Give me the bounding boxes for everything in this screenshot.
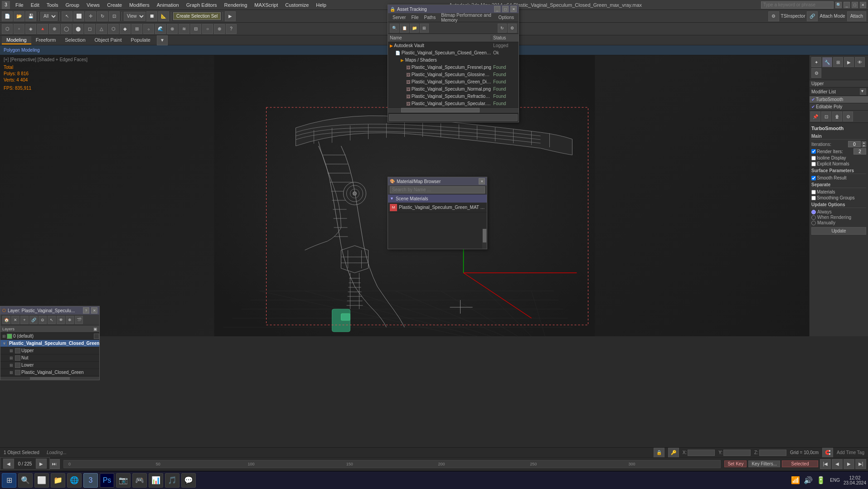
- tb2-1[interactable]: ⬡: [2, 24, 13, 34]
- asset-scrollbar[interactable]: [388, 107, 519, 113]
- magnet-btn[interactable]: 🧲: [822, 448, 833, 458]
- layers-tb-add[interactable]: +: [20, 316, 29, 324]
- tl-nav-2[interactable]: ◀: [832, 459, 843, 469]
- tb2-9[interactable]: △: [96, 24, 107, 34]
- tabs-more-btn[interactable]: ▼: [157, 35, 168, 45]
- rp-utilities-icon[interactable]: ⚙: [811, 68, 821, 78]
- layers-tb-unlink[interactable]: ⊖: [39, 316, 47, 324]
- coord-z-input[interactable]: [759, 450, 786, 456]
- menu-group[interactable]: Group: [62, 1, 83, 9]
- asset-menu-options[interactable]: Options: [496, 15, 517, 20]
- layer-vis-3[interactable]: [15, 355, 20, 361]
- close-btn[interactable]: ✕: [860, 2, 866, 8]
- layer-vis-0[interactable]: [7, 334, 12, 339]
- layers-scrollbar[interactable]: [0, 376, 99, 380]
- minimize-btn[interactable]: _: [844, 2, 850, 8]
- ts-materials-check[interactable]: [811, 190, 816, 194]
- layer-row-5[interactable]: ⊞ Plastic_Vaginal_Closed_Green: [0, 369, 99, 376]
- layers-tb-delete[interactable]: ✕: [11, 316, 19, 324]
- layer-vis-1[interactable]: [7, 341, 8, 346]
- layers-tb-select[interactable]: ↖: [48, 316, 56, 324]
- rp-display-icon[interactable]: 👁: [855, 57, 865, 67]
- ts-render-iters-check[interactable]: [811, 149, 816, 154]
- menu-customize[interactable]: Customize: [281, 1, 312, 9]
- tb2-3[interactable]: ◈: [25, 24, 36, 34]
- tb2-18[interactable]: ○: [202, 24, 213, 34]
- tb2-12[interactable]: ⊞: [131, 24, 142, 34]
- tb2-7[interactable]: ⬤: [73, 24, 83, 34]
- set-key-btn[interactable]: Set Key: [724, 460, 747, 467]
- mod-make-unique-icon[interactable]: ⊡: [821, 111, 831, 121]
- tray-network[interactable]: 📶: [790, 475, 801, 486]
- modifier-list-dropdown[interactable]: ▼: [860, 88, 866, 95]
- lock-btn[interactable]: 🔒: [654, 448, 664, 458]
- new-btn[interactable]: 📄: [2, 11, 13, 21]
- taskbar-task-view[interactable]: ⬜: [34, 473, 49, 488]
- menu-views[interactable]: Views: [83, 1, 103, 9]
- layer-vis-4[interactable]: [15, 363, 20, 368]
- frame-right-btn[interactable]: ▶: [36, 459, 47, 469]
- asset-tb-3[interactable]: 📁: [410, 24, 419, 33]
- auto-key-selected-btn[interactable]: Selected: [782, 460, 818, 467]
- mat-scrollbar[interactable]: [482, 229, 487, 249]
- menu-modifiers[interactable]: Modifiers: [126, 1, 153, 9]
- attach-btn[interactable]: Attach: [847, 11, 866, 21]
- tb2-16[interactable]: ≋: [179, 24, 189, 34]
- start-btn[interactable]: ⊞: [2, 473, 16, 488]
- asset-menu-paths[interactable]: Paths: [422, 15, 439, 20]
- iter-up-btn[interactable]: ▲: [862, 141, 866, 144]
- taskbar-app4[interactable]: 🎵: [165, 473, 179, 488]
- create-selection-button[interactable]: Create Selection Sel: [173, 12, 221, 20]
- layers-tb-render[interactable]: 🎬: [75, 316, 83, 324]
- menu-animation[interactable]: Animation: [153, 1, 183, 9]
- taskbar-explorer[interactable]: 📁: [51, 473, 65, 488]
- tb2-4[interactable]: 🔺: [37, 24, 48, 34]
- tb2-19[interactable]: ⊕: [214, 24, 225, 34]
- ts-isoline-check[interactable]: [811, 156, 816, 160]
- layer-vis-2[interactable]: [15, 348, 20, 353]
- modifier-turbosmooth[interactable]: ✔ TurboSmooth: [810, 96, 868, 103]
- tab-freeform[interactable]: Freeform: [31, 36, 61, 44]
- tab-selection[interactable]: Selection: [60, 36, 90, 44]
- key-filters-btn[interactable]: Key Filters...: [748, 460, 780, 467]
- modifier-editable-poly[interactable]: ✔ Editable Poly: [810, 103, 868, 111]
- layer-row-4[interactable]: ⊞ Lower: [0, 362, 99, 369]
- move-btn[interactable]: ✛: [85, 11, 96, 21]
- layer-row-3[interactable]: ⊞ Nut: [0, 354, 99, 362]
- menu-file[interactable]: File: [12, 1, 27, 9]
- tray-battery[interactable]: 🔋: [815, 475, 826, 486]
- ts-smooth-result-check[interactable]: [811, 176, 816, 180]
- asset-tracking-minimize[interactable]: _: [494, 6, 500, 12]
- search-icon[interactable]: 🔍: [835, 2, 842, 8]
- asset-tb-1[interactable]: 🔍: [390, 24, 399, 33]
- tab-modeling[interactable]: Modeling: [2, 36, 31, 44]
- asset-menu-file[interactable]: File: [408, 15, 421, 20]
- tb2-17[interactable]: ⊟: [190, 24, 201, 34]
- tab-populate[interactable]: Populate: [126, 36, 155, 44]
- asset-tracking-close[interactable]: ✕: [510, 6, 517, 12]
- layer-box-0[interactable]: [94, 334, 99, 339]
- menu-maxscript[interactable]: MAXScript: [251, 1, 281, 9]
- menu-help[interactable]: Help: [312, 1, 330, 9]
- asset-tb-settings[interactable]: ⚙: [508, 24, 517, 33]
- menu-tools[interactable]: Tools: [43, 1, 62, 9]
- rp-hierarchy-icon[interactable]: ⊞: [833, 57, 843, 67]
- rp-create-icon[interactable]: ✦: [811, 57, 821, 67]
- mod-pin-icon[interactable]: 📌: [810, 111, 820, 121]
- timeline-track[interactable]: 0 50 100 150 200 250 300: [63, 460, 721, 468]
- layers-tb-1[interactable]: 🏠: [2, 316, 10, 324]
- ts-when-rendering-radio[interactable]: [811, 215, 816, 220]
- mat-search-input[interactable]: [390, 186, 485, 194]
- asset-row-2[interactable]: ▶ Maps / Shaders: [388, 57, 519, 64]
- all-dropdown[interactable]: All: [40, 12, 58, 21]
- asset-scroll-thumb[interactable]: [401, 108, 480, 112]
- layers-scroll-thumb[interactable]: [30, 377, 69, 380]
- tb2-8[interactable]: ◻: [84, 24, 95, 34]
- coord-y-input[interactable]: [723, 450, 751, 456]
- layers-tb-link[interactable]: 🔗: [29, 316, 38, 324]
- asset-row-3[interactable]: 🖼 Plastic_Vaginal_Speculum_Fresnel.png F…: [388, 64, 519, 71]
- tl-nav-1[interactable]: |◀: [820, 459, 831, 469]
- taskbar-app1[interactable]: 📷: [116, 473, 131, 488]
- asset-row-4[interactable]: 🖼 Plastic_Vaginal_Speculum_Glossiness.pn…: [388, 71, 519, 78]
- menu-create[interactable]: Create: [103, 1, 126, 9]
